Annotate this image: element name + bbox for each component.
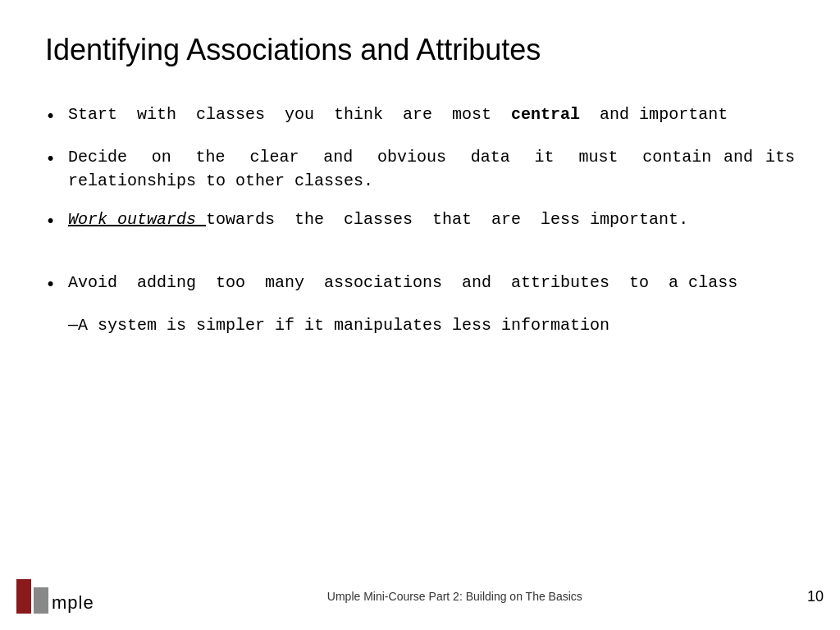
logo-red-block [16, 579, 31, 614]
bullet-dot: • [45, 272, 68, 299]
bold-central: central [511, 105, 580, 124]
bullet-text-3: Work outwards towards the classes that a… [68, 208, 795, 231]
list-item: • Avoid adding too many associations and… [45, 271, 795, 299]
list-item: • Decide on the clear and obvious data i… [45, 145, 795, 193]
work-outwards-text: Work outwards [68, 210, 206, 229]
logo-text: mple [52, 592, 94, 614]
sub-bullet: —A system is simpler if it manipulates l… [68, 313, 795, 337]
footer-center-text: Umple Mini-Course Part 2: Building on Th… [111, 590, 799, 603]
slide-title: Identifying Associations and Attributes [45, 33, 795, 74]
list-item: • Start with classes you think are most … [45, 103, 795, 130]
bullet-text-2: Decide on the clear and obvious data it … [68, 145, 795, 193]
bullet-list-2: • Avoid adding too many associations and… [45, 271, 795, 299]
slide: Identifying Associations and Attributes … [0, 0, 840, 630]
footer-page-number: 10 [799, 588, 824, 605]
list-item: • Work outwards towards the classes that… [45, 208, 795, 235]
bullet-dot: • [45, 104, 68, 130]
footer-logo: mple [16, 579, 94, 614]
bullet-text-4: Avoid adding too many associations and a… [68, 271, 795, 294]
logo-graphic [16, 579, 48, 614]
bullet-dot: • [45, 209, 68, 235]
bullet-list: • Start with classes you think are most … [45, 103, 795, 235]
bullet-dot: • [45, 147, 68, 173]
footer: mple Umple Mini-Course Part 2: Building … [0, 579, 840, 614]
sub-bullet-text: —A system is simpler if it manipulates l… [68, 316, 609, 335]
spacer [45, 250, 795, 271]
logo-grey-block [34, 587, 48, 614]
bullet-text-1: Start with classes you think are most ce… [68, 103, 795, 126]
